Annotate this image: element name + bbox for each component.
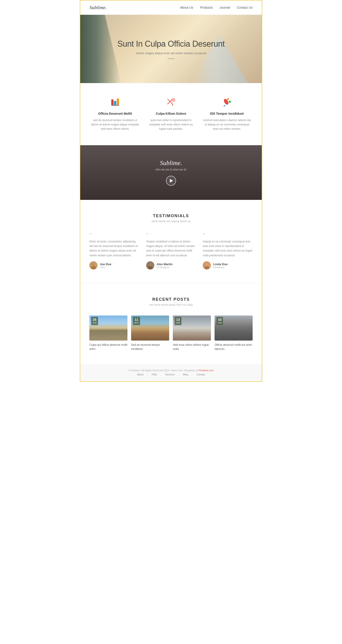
post-1-date: 25 Jun <box>91 317 98 325</box>
post-card-4[interactable]: 10 Jan Officia deserunt mollit est anim … <box>215 316 253 351</box>
svg-point-18 <box>148 266 153 269</box>
svg-point-14 <box>229 101 230 102</box>
feature-3-icon <box>221 97 233 108</box>
quote-mark-2: " <box>146 232 196 238</box>
footer-nav: About · FAQ · Services · Blog · Contact <box>89 373 253 377</box>
video-logo: Sublime. <box>155 159 187 167</box>
post-3-image: 13 Feb <box>173 316 211 340</box>
testimonial-1-author: Joe Doe CEO <box>89 261 139 270</box>
testimonial-3-name: Linda Doe <box>213 262 228 266</box>
post-1-title: Culpa qui officia deserunt mollit anim. <box>89 343 127 351</box>
post-card-2[interactable]: 11 May Sed do eiusmod tempor incididunt. <box>131 316 169 351</box>
video-tagline: who we are & what we do <box>155 168 187 171</box>
video-section: Sublime. who we are & what we do <box>80 145 262 200</box>
recent-posts-section: RECENT POSTS the most recent posts from … <box>80 284 262 365</box>
testimonial-3-quote: Aliquip ex ea commodo consequat duis aut… <box>203 239 253 258</box>
post-2-image: 11 May <box>131 316 169 340</box>
testimonial-1: " Dolor sit amet, consectetur adipisicin… <box>89 232 139 270</box>
features-section: Officia Deserunt Mollit sed do eiusmod t… <box>80 83 262 145</box>
site-footer: © Sublime. All Rights Reserved 2014 · Mo… <box>80 365 262 381</box>
testimonial-2-name: Alex Martin <box>157 262 173 266</box>
feature-3-desc: nostrud exercitation ullamco laboris nis… <box>202 118 252 131</box>
post-3-date: 13 Feb <box>175 317 182 325</box>
feature-1: Officia Deserunt Mollit sed do eiusmod t… <box>90 97 140 131</box>
post-2-date: 11 May <box>133 317 140 325</box>
footer-blog[interactable]: Blog <box>183 373 188 377</box>
testimonial-3: " Aliquip ex ea commodo consequat duis a… <box>203 232 253 270</box>
testimonial-2-author: Alex Martin Ui Designer <box>146 261 196 270</box>
feature-3-title: Elit Tempor Incididunt <box>202 112 252 116</box>
post-4-title: Officia deserunt mollit est anim laborum… <box>215 343 253 351</box>
posts-grid: 25 Jun Culpa qui officia deserunt mollit… <box>89 316 253 351</box>
post-1-image: 25 Jun <box>89 316 127 340</box>
testimonial-grid: " Dolor sit amet, consectetur adipisicin… <box>89 232 253 270</box>
post-4-image: 10 Jan <box>215 316 253 340</box>
svg-point-17 <box>149 263 152 266</box>
site-logo: Sublime. <box>89 4 107 10</box>
quote-mark-1: " <box>89 232 139 238</box>
post-4-date: 10 Jan <box>216 317 223 325</box>
post-card-3[interactable]: 13 Feb Velit esse cillum dollore fugiat … <box>173 316 211 351</box>
hero-divider <box>167 58 175 59</box>
testimonial-1-quote: Dolor sit amet, consectetur adipisicing … <box>89 239 139 258</box>
posts-title: RECENT POSTS <box>89 297 253 302</box>
post-card-1[interactable]: 25 Jun Culpa qui officia deserunt mollit… <box>89 316 127 351</box>
avatar-linda <box>203 261 211 270</box>
play-button[interactable] <box>166 176 176 186</box>
testimonials-section: TESTIMONIALS what clients are saying abo… <box>80 200 262 284</box>
svg-point-19 <box>205 263 208 266</box>
testimonial-2: " Tempor incididunt ut labore et dolore … <box>146 232 196 270</box>
svg-rect-3 <box>117 98 119 106</box>
testimonial-2-role: Ui Designer <box>157 266 173 268</box>
hero-section: Sunt In Culpa Officia Deserunt dolore ma… <box>80 15 262 83</box>
feature-2-icon: × <box>165 97 177 108</box>
testimonial-3-role: Developer <box>213 266 228 268</box>
nav-about[interactable]: About Us <box>180 6 193 9</box>
quote-mark-3: " <box>203 232 253 238</box>
svg-point-20 <box>204 266 209 269</box>
feature-3: Elit Tempor Incididunt nostrud exercitat… <box>202 97 252 131</box>
post-2-title: Sed do eiusmod tempor incididunt. <box>131 343 169 351</box>
footer-contact[interactable]: Contact <box>196 373 205 377</box>
hero-subtitle: dolore magna aliqua enim ad minim veniam… <box>117 52 225 55</box>
post-3-title: Velit esse cillum dollore fugiat nulla. <box>173 343 211 351</box>
footer-faq[interactable]: FAQ <box>152 373 157 377</box>
feature-1-title: Officia Deserunt Mollit <box>90 112 140 116</box>
nav-contact[interactable]: Contact Us <box>237 6 253 9</box>
testimonial-1-role: CEO <box>100 266 111 268</box>
svg-point-15 <box>92 263 95 266</box>
nav-products[interactable]: Products <box>200 6 213 9</box>
svg-rect-4 <box>111 105 119 106</box>
avatar-alex <box>146 261 154 270</box>
testimonials-title: TESTIMONIALS <box>89 214 253 218</box>
svg-point-11 <box>227 98 229 100</box>
footer-services[interactable]: Services <box>165 373 175 377</box>
svg-text:×: × <box>172 103 173 106</box>
hero-mountain-left <box>80 15 121 83</box>
hero-title: Sunt In Culpa Officia Deserunt <box>117 39 225 49</box>
footer-about[interactable]: About <box>137 373 144 377</box>
feature-2: × Culpa Killum Dolore aute irure dolor i… <box>146 97 196 131</box>
footer-link[interactable]: Pixelhint.com <box>199 369 214 372</box>
feature-1-desc: sed do eiusmod tempor incididunt ut labo… <box>90 118 140 131</box>
main-nav: About Us Products Journal Contact Us <box>180 6 253 9</box>
svg-point-8 <box>173 100 174 100</box>
footer-copyright: © Sublime. All Rights Reserved 2014 · Mo… <box>89 369 253 372</box>
testimonial-3-author: Linda Doe Developer <box>203 261 253 270</box>
nav-journal[interactable]: Journal <box>220 6 230 9</box>
feature-2-title: Culpa Killum Dolore <box>146 112 196 116</box>
svg-rect-1 <box>111 100 114 106</box>
posts-subtitle: the most recent posts from our blog <box>89 303 253 306</box>
testimonial-1-name: Joe Doe <box>100 262 111 266</box>
avatar-joe <box>89 261 98 270</box>
svg-point-16 <box>91 266 96 269</box>
svg-marker-12 <box>223 105 226 107</box>
feature-1-icon <box>109 97 121 108</box>
feature-2-desc: aute irure dolor in reprehenderit in vol… <box>146 118 196 131</box>
testimonials-subtitle: what clients are saying about us <box>89 220 253 223</box>
testimonial-2-quote: Tempor incididunt ut labore et dolore ma… <box>146 239 196 258</box>
